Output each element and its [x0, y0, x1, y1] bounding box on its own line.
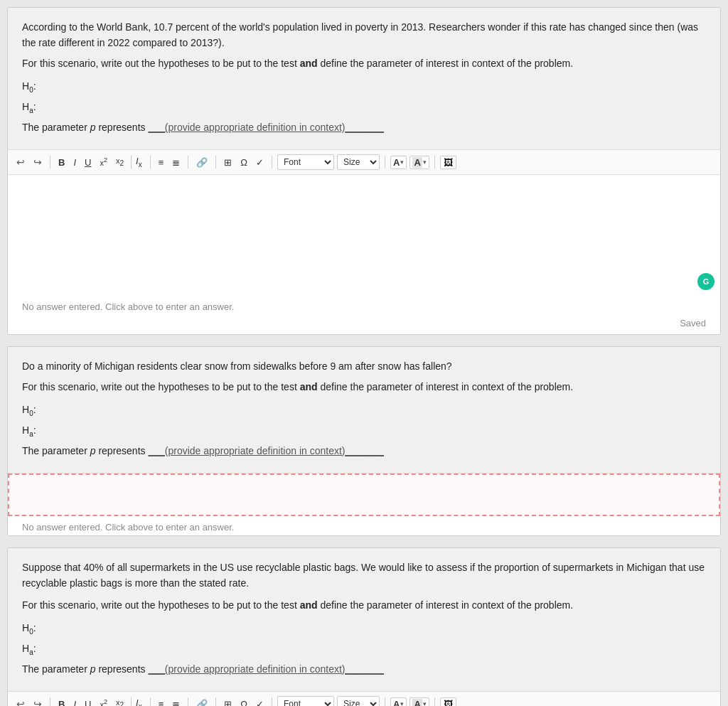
link-button-3[interactable]: 🔗 [193, 698, 210, 706]
prompt-text-1b: For this scenario, write out the hypothe… [22, 55, 706, 71]
saved-text-1: Saved [8, 315, 720, 334]
unorderedlist-button-1[interactable]: ≣ [169, 156, 183, 169]
h0-line-2: H0: [22, 402, 706, 419]
italic-button-3[interactable]: I [70, 698, 79, 706]
param-text-1: The parameter p represents ___(provide a… [22, 122, 384, 133]
sep-3-5 [272, 697, 272, 706]
sep-6 [385, 156, 385, 169]
sep-2 [150, 156, 151, 169]
omega-button-1[interactable]: Ω [237, 156, 250, 169]
undo-button-3[interactable]: ↩ [14, 697, 28, 706]
h0-label-2: H0: [22, 404, 36, 415]
image-button-1[interactable]: 🖼 [440, 156, 456, 169]
toolbar-3: ↩ ↪ B I U x2 x2 Ix ≡ ≣ 🔗 ⊞ Ω ✓ Font Size [8, 692, 720, 706]
h0-label-1: H0: [22, 80, 36, 92]
redo-button-1[interactable]: ↪ [31, 156, 45, 169]
question-block-1: According to the World Bank, 10.7 percen… [7, 7, 721, 335]
h0-line-3: H0: [22, 620, 706, 638]
sep-4 [215, 156, 216, 169]
question-block-3: Suppose that 40% of all supermarkets in … [7, 547, 721, 706]
link-button-1[interactable]: 🔗 [193, 156, 210, 169]
editor-content-1[interactable]: G [8, 175, 720, 296]
redo-button-3[interactable]: ↪ [31, 697, 45, 706]
sep-1 [50, 156, 50, 169]
editor-area-2: No answer entered. Click above to enter … [8, 474, 720, 535]
ha-label-3: Ha: [22, 643, 36, 654]
no-answer-text-2: No answer entered. Click above to enter … [8, 516, 720, 535]
bg-color-button-3[interactable]: A ▾ [410, 697, 429, 706]
prompt-text-2a: Do a minority of Michigan residents clea… [22, 358, 706, 374]
toolbar-1: ↩ ↪ B I U x2 x2 Ix ≡ ≣ 🔗 ⊞ Ω ✓ Font Size [8, 150, 720, 175]
editor-area-3: ↩ ↪ B I U x2 x2 Ix ≡ ≣ 🔗 ⊞ Ω ✓ Font Size [8, 692, 720, 706]
h0-line-1: H0: [22, 78, 706, 96]
size-select-3[interactable]: Size [337, 696, 380, 706]
question-prompt-3: Suppose that 40% of all supermarkets in … [8, 548, 720, 692]
font-color-button-3[interactable]: A ▾ [390, 697, 407, 706]
param-line-2: The parameter p represents ___(provide a… [22, 443, 706, 459]
question-prompt-2: Do a minority of Michigan residents clea… [8, 347, 720, 474]
param-line-1: The parameter p represents ___(provide a… [22, 119, 706, 135]
bg-color-button-1[interactable]: A ▾ [410, 156, 429, 169]
ha-label-2: Ha: [22, 424, 36, 436]
editor-area-1: ↩ ↪ B I U x2 x2 Ix ≡ ≣ 🔗 ⊞ Ω ✓ Font Size [8, 150, 720, 334]
superscript-button-3[interactable]: x2 [97, 697, 110, 706]
sep-3-4 [215, 697, 216, 706]
underline-button-3[interactable]: U [82, 698, 94, 706]
orderedlist-button-3[interactable]: ≡ [156, 698, 167, 706]
sep-3-1 [50, 697, 50, 706]
unorderedlist-button-3[interactable]: ≣ [169, 698, 183, 706]
sep-3-7 [434, 697, 435, 706]
sep-5 [272, 156, 272, 169]
prompt-text-3b: For this scenario, write out the hypothe… [22, 597, 706, 613]
ha-line-2: Ha: [22, 422, 706, 440]
param-text-3: The parameter p represents ___(provide a… [22, 663, 384, 675]
superscript-button-1[interactable]: x2 [97, 156, 110, 169]
font-color-button-1[interactable]: A ▾ [390, 156, 407, 169]
ha-label-1: Ha: [22, 101, 36, 112]
omega-button-3[interactable]: Ω [237, 698, 250, 706]
prompt-text-1a: According to the World Bank, 10.7 percen… [22, 19, 706, 51]
clearformat-button-1[interactable]: Ix [131, 155, 145, 170]
sep-3 [188, 156, 188, 169]
underline-button-1[interactable]: U [82, 156, 94, 169]
sep-7 [434, 156, 435, 169]
font-select-3[interactable]: Font [277, 696, 334, 706]
clearformat-button-3[interactable]: Ix [131, 697, 145, 706]
prompt-text-3a: Suppose that 40% of all supermarkets in … [22, 560, 706, 592]
bold-button-3[interactable]: B [55, 698, 68, 706]
sep-3-2 [150, 697, 151, 706]
editor-content-2[interactable] [8, 474, 720, 516]
subscript-button-3[interactable]: x2 [113, 697, 127, 706]
h0-label-3: H0: [22, 622, 36, 633]
grammarly-icon-1[interactable]: G [697, 273, 714, 290]
question-block-2: Do a minority of Michigan residents clea… [7, 346, 721, 536]
prompt-text-2b: For this scenario, write out the hypothe… [22, 379, 706, 395]
size-select-1[interactable]: Size [337, 154, 380, 170]
check-button-1[interactable]: ✓ [253, 156, 267, 169]
sep-3-3 [188, 697, 188, 706]
ha-line-1: Ha: [22, 99, 706, 117]
italic-button-1[interactable]: I [70, 156, 79, 169]
orderedlist-button-1[interactable]: ≡ [156, 156, 167, 169]
table-button-3[interactable]: ⊞ [221, 698, 235, 706]
undo-button-1[interactable]: ↩ [14, 156, 28, 169]
param-line-3: The parameter p represents ___(provide a… [22, 661, 706, 677]
no-answer-text-1: No answer entered. Click above to enter … [8, 296, 720, 315]
table-button-1[interactable]: ⊞ [221, 156, 235, 169]
image-button-3[interactable]: 🖼 [440, 697, 456, 706]
ha-line-3: Ha: [22, 641, 706, 658]
param-text-2: The parameter p represents ___(provide a… [22, 445, 384, 456]
check-button-3[interactable]: ✓ [253, 698, 267, 706]
sep-3-6 [385, 697, 385, 706]
font-select-1[interactable]: Font [277, 154, 334, 170]
subscript-button-1[interactable]: x2 [113, 156, 127, 169]
question-prompt-1: According to the World Bank, 10.7 percen… [8, 8, 720, 150]
bold-button-1[interactable]: B [55, 156, 68, 169]
